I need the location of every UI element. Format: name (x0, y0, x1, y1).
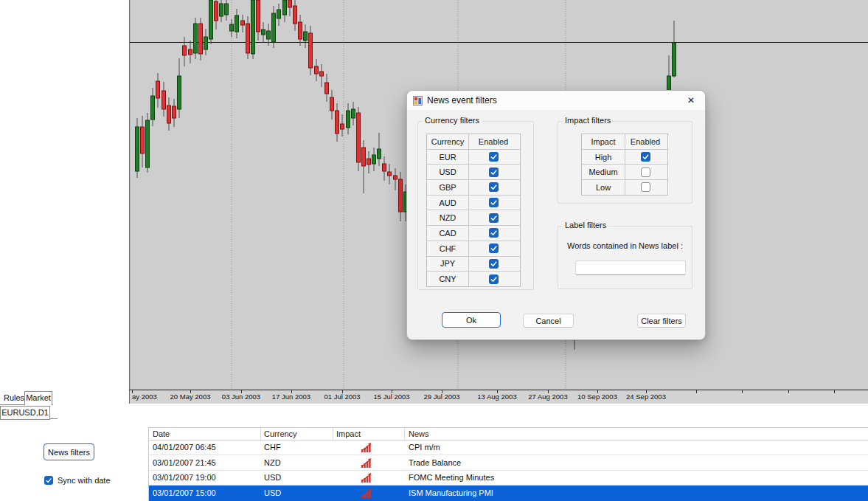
currency-code: GBP (439, 183, 456, 192)
axis-date-label: ay 2003 (132, 393, 157, 401)
high-impact-icon (361, 488, 372, 498)
news-row-title: CPI m/m (409, 440, 440, 455)
candle-down (315, 59, 319, 81)
impact-enabled-checkbox-high[interactable] (641, 152, 650, 162)
currency-table-header: Currency Enabled (427, 134, 520, 149)
candle-up (209, 0, 213, 44)
currency-enabled-checkbox-cny[interactable] (489, 274, 499, 284)
label-filters-label: Label filters (563, 221, 608, 229)
currency-enabled-checkbox-gbp[interactable] (489, 182, 499, 192)
candle-down (362, 140, 366, 193)
impact-enabled-checkbox-medium[interactable] (641, 167, 650, 177)
currency-row-jpy: JPY (427, 256, 520, 272)
candle-down (183, 37, 187, 66)
column-header-news[interactable]: News (409, 428, 429, 440)
currency-row-chf: CHF (427, 241, 520, 256)
currency-enabled-checkbox-eur[interactable] (489, 152, 499, 162)
header-separator (260, 428, 261, 440)
news-row[interactable]: 03/01/2007 19:00USDFOMC Meeting Minutes (149, 471, 868, 486)
axis-date-label: 27 Aug 2003 (528, 393, 567, 401)
sync-with-date-checkbox[interactable] (44, 476, 53, 485)
candle-up (178, 58, 181, 118)
impact-level: High (595, 153, 612, 162)
check-icon (490, 214, 498, 222)
candle-up (151, 88, 155, 126)
candle-up (272, 6, 276, 48)
tab-eurusd-d1[interactable]: EURUSD,D1 (0, 406, 50, 420)
axis-date-label: 17 Jun 2003 (272, 393, 310, 401)
words-caption: Words contained in News label : (558, 241, 692, 250)
news-label-filter-input[interactable] (575, 260, 686, 275)
currency-enabled-checkbox-jpy[interactable] (489, 259, 499, 269)
candle-up (277, 4, 281, 26)
dialog-titlebar[interactable]: News event filters ✕ (407, 91, 705, 110)
axis-date-label: 15 Jul 2003 (373, 393, 409, 401)
candle-down (294, 0, 297, 31)
news-row[interactable]: 03/01/2007 21:45NZDTrade Balance (149, 455, 868, 471)
column-header-currency[interactable]: Currency (264, 428, 297, 440)
currency-enabled-checkbox-nzd[interactable] (489, 213, 499, 223)
candle-up (146, 113, 150, 173)
impact-enabled-checkbox-low[interactable] (641, 182, 650, 192)
news-event-filters-dialog: News event filters ✕ Currency filters Cu… (406, 90, 706, 340)
candle-up (194, 18, 198, 59)
axis-date-label: 13 Aug 2003 (477, 393, 516, 401)
ok-button[interactable]: Ok (442, 312, 501, 328)
header-separator (404, 428, 405, 440)
currency-code: JPY (440, 259, 455, 268)
impact-level: Low (596, 183, 611, 192)
news-row-currency: USD (264, 486, 281, 500)
check-icon (490, 183, 498, 191)
candle-up (673, 21, 676, 77)
candle-up (372, 148, 376, 171)
currency-enabled-checkbox-cad[interactable] (489, 228, 499, 238)
currency-enabled-checkbox-aud[interactable] (489, 198, 499, 207)
candle-up (304, 24, 308, 48)
high-impact-icon (361, 458, 372, 468)
axis-date-label: 20 May 2003 (170, 393, 211, 401)
currency-row-gbp: GBP (427, 179, 520, 195)
candle-down (388, 164, 392, 184)
candle-down (141, 116, 145, 167)
currency-enabled-checkbox-usd[interactable] (489, 167, 499, 177)
candle-down (320, 64, 324, 87)
news-row[interactable]: 03/01/2007 15:00USDISM Manufacturing PMI (149, 486, 868, 501)
cancel-button[interactable]: Cancel (523, 314, 574, 328)
news-row-title: FOMC Meeting Minutes (409, 471, 494, 485)
currency-code: CAD (439, 229, 456, 238)
clear-filters-button[interactable]: Clear filters (637, 314, 686, 328)
candle-down (189, 41, 192, 63)
dialog-title: News event filters (427, 95, 497, 106)
news-filters-button[interactable]: News filters (44, 443, 94, 460)
candle-up (251, 0, 255, 59)
candle-down (299, 15, 302, 46)
check-icon (642, 153, 650, 161)
label-filters-group: Label filters Words contained in News la… (558, 226, 692, 289)
sync-with-date-row: Sync with date (44, 476, 111, 485)
axis-date-label: 29 Jul 2003 (423, 393, 459, 401)
axis-date-label: 24 Sep 2003 (626, 393, 666, 401)
news-row-currency: CHF (264, 440, 281, 455)
currency-row-eur: EUR (427, 149, 520, 165)
currency-col-header: Currency (431, 137, 465, 146)
column-header-impact[interactable]: Impact (336, 428, 361, 440)
candle-down (215, 0, 218, 30)
currency-code: AUD (439, 198, 456, 207)
axis-date-label: 01 Jul 2003 (324, 393, 360, 401)
candle-down (336, 103, 339, 142)
candle-down (330, 90, 334, 120)
impact-level: Medium (588, 167, 617, 176)
tab-market[interactable]: Market (24, 391, 52, 405)
check-icon (490, 153, 498, 161)
news-row-currency: USD (264, 471, 281, 485)
column-header-date[interactable]: Date (153, 428, 170, 440)
currency-enabled-checkbox-chf[interactable] (489, 243, 499, 253)
news-row[interactable]: 04/01/2007 06:45CHFCPI m/m (149, 440, 868, 455)
candle-up (352, 102, 355, 125)
currency-row-usd: USD (427, 164, 520, 179)
currency-row-nzd: NZD (427, 210, 520, 225)
check-icon (490, 275, 498, 283)
close-button[interactable]: ✕ (677, 91, 705, 110)
currency-code: CHF (440, 244, 456, 253)
axis-tick (742, 390, 743, 393)
